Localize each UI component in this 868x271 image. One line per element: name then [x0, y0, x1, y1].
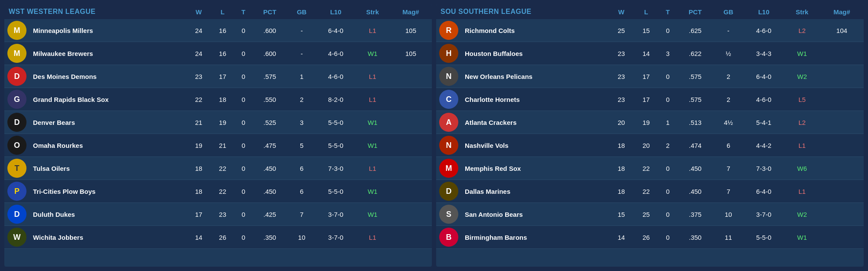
last-10: 4-6-0	[316, 42, 355, 65]
losses: 18	[210, 88, 234, 111]
last-10: 4-6-0	[743, 88, 784, 111]
games-back: 5	[287, 134, 316, 157]
wins: 14	[609, 226, 634, 249]
team-logo-cell: D	[4, 111, 30, 134]
team-name[interactable]: Nashville Vols	[461, 134, 609, 157]
losses: 22	[210, 157, 234, 180]
streak: L2	[784, 111, 820, 134]
ties: 0	[659, 180, 677, 203]
southern-col-pct: PCT	[677, 4, 713, 19]
streak: W6	[784, 157, 820, 180]
games-back: ½	[713, 42, 743, 65]
leagues-container: WST WESTERN LEAGUE W L T PCT GB L10 Strk…	[0, 0, 868, 271]
team-logo-cell: A	[436, 111, 461, 134]
team-logo-icon: N	[439, 136, 458, 155]
magic-number	[390, 157, 432, 180]
wins: 23	[609, 42, 634, 65]
last-10: 8-2-0	[316, 88, 355, 111]
last-10: 6-4-0	[743, 65, 784, 88]
team-name[interactable]: San Antonio Bears	[461, 203, 609, 226]
team-name[interactable]: Milwaukee Brewers	[30, 42, 187, 65]
team-logo-icon: C	[439, 90, 458, 109]
magic-number	[820, 157, 864, 180]
streak: L1	[784, 134, 820, 157]
team-name[interactable]: Tri-Cities Plow Boys	[30, 180, 187, 203]
team-name[interactable]: Richmond Colts	[461, 19, 609, 42]
losses: 22	[634, 157, 658, 180]
southern-league-table: SOU SOUTHERN LEAGUE W L T PCT GB L10 Str…	[436, 4, 864, 267]
wins: 15	[609, 203, 634, 226]
pct: .375	[677, 203, 713, 226]
team-logo-cell: M	[4, 19, 30, 42]
team-logo-cell: D	[4, 203, 30, 226]
team-name[interactable]: Omaha Rourkes	[30, 134, 187, 157]
team-logo-icon: D	[7, 67, 26, 86]
pct: .350	[677, 226, 713, 249]
team-logo-icon: M	[7, 21, 26, 40]
streak: W2	[784, 65, 820, 88]
ties: 0	[235, 65, 253, 88]
western-col-w: W	[187, 4, 210, 19]
pct: .450	[677, 180, 713, 203]
southern-col-mag: Mag#	[820, 4, 864, 19]
streak: W1	[355, 180, 390, 203]
pct: .525	[252, 111, 287, 134]
southern-col-l10: L10	[743, 4, 784, 19]
losses: 26	[210, 226, 234, 249]
western-col-gb: GB	[287, 4, 316, 19]
team-name[interactable]: Minneapolis Millers	[30, 19, 187, 42]
team-name[interactable]: Grand Rapids Black Sox	[30, 88, 187, 111]
pct: .350	[252, 226, 287, 249]
team-name[interactable]: Tulsa Oilers	[30, 157, 187, 180]
streak: W1	[355, 111, 390, 134]
southern-col-l: L	[634, 4, 658, 19]
last-10: 7-3-0	[316, 157, 355, 180]
games-back: -	[287, 19, 316, 42]
southern-col-t: T	[659, 4, 677, 19]
team-logo-cell: T	[4, 157, 30, 180]
losses: 21	[210, 134, 234, 157]
team-name[interactable]: New Orleans Pelicans	[461, 65, 609, 88]
last-10: 7-3-0	[743, 157, 784, 180]
ties: 0	[235, 157, 253, 180]
magic-number	[390, 65, 432, 88]
streak: L1	[355, 226, 390, 249]
team-name[interactable]: Birmingham Barons	[461, 226, 609, 249]
team-name[interactable]: Memphis Red Sox	[461, 157, 609, 180]
team-name[interactable]: Dallas Marines	[461, 180, 609, 203]
wins: 14	[187, 226, 210, 249]
team-logo-cell: M	[436, 157, 461, 180]
streak: L1	[355, 157, 390, 180]
team-name[interactable]: Atlanta Crackers	[461, 111, 609, 134]
last-10: 3-7-0	[316, 203, 355, 226]
last-10: 3-7-0	[743, 203, 784, 226]
streak: W1	[784, 226, 820, 249]
team-name[interactable]: Des Moines Demons	[30, 65, 187, 88]
team-name[interactable]: Wichita Jobbers	[30, 226, 187, 249]
team-name[interactable]: Charlotte Hornets	[461, 88, 609, 111]
team-name[interactable]: Houston Buffaloes	[461, 42, 609, 65]
magic-number	[820, 111, 864, 134]
games-back: 6	[287, 157, 316, 180]
table-row: DDes Moines Demons23170.57514-6-0L1	[4, 65, 432, 88]
streak: L2	[784, 19, 820, 42]
team-logo-cell: S	[436, 203, 461, 226]
team-logo-icon: W	[7, 228, 26, 247]
games-back: 10	[713, 203, 743, 226]
team-name[interactable]: Denver Bears	[30, 111, 187, 134]
team-logo-cell: H	[436, 42, 461, 65]
last-10: 5-5-0	[743, 226, 784, 249]
magic-number	[820, 65, 864, 88]
streak: L1	[355, 19, 390, 42]
table-row: DDuluth Dukes17230.42573-7-0W1	[4, 203, 432, 226]
magic-number: 105	[390, 42, 432, 65]
team-name[interactable]: Duluth Dukes	[30, 203, 187, 226]
wins: 18	[609, 157, 634, 180]
pct: .625	[677, 19, 713, 42]
western-league-title: WST WESTERN LEAGUE	[4, 4, 187, 19]
ties: 0	[235, 111, 253, 134]
ties: 0	[659, 157, 677, 180]
southern-col-w: W	[609, 4, 634, 19]
team-logo-icon: P	[7, 182, 26, 201]
wins: 19	[187, 134, 210, 157]
